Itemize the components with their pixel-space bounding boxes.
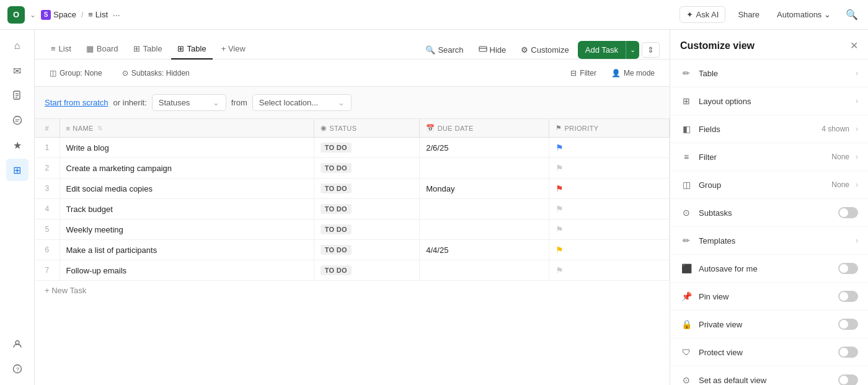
row-status[interactable]: TO DO [314, 199, 419, 219]
sidebar-item-docs[interactable] [6, 84, 29, 107]
row-priority[interactable]: ⚑ [549, 260, 669, 281]
search-topbar-button[interactable]: 🔍 [843, 6, 861, 24]
panel-toggle-protect[interactable] [838, 347, 858, 358]
row-name[interactable]: Follow-up emails [60, 260, 314, 281]
share-button[interactable]: Share [733, 7, 764, 22]
panel-section-group[interactable]: ◫ Group None › [670, 171, 868, 199]
panel-section-private[interactable]: 🔒 Private view [670, 311, 868, 339]
table-row[interactable]: 7 Follow-up emails TO DO ⚑ [35, 260, 670, 281]
row-due-date[interactable]: Monday [420, 179, 549, 199]
start-from-scratch-link[interactable]: Start from scratch [45, 98, 108, 107]
app-icon[interactable]: O [7, 6, 25, 24]
panel-section-group-label: Group [699, 180, 825, 190]
row-priority[interactable]: ⚑ [549, 199, 669, 219]
row-status[interactable]: TO DO [314, 219, 419, 240]
search-button[interactable]: 🔍 Search [419, 42, 469, 58]
table-row[interactable]: 6 Make a list of participants TO DO 4/4/… [35, 240, 670, 260]
panel-section-default[interactable]: ⊙ Set as default view [670, 366, 868, 385]
panel-toggle-default[interactable] [838, 374, 858, 385]
panel-section-filter[interactable]: ≡ Filter None › [670, 143, 868, 171]
col-priority[interactable]: ⚑ PRIORITY [549, 119, 669, 138]
panel-section-subtasks[interactable]: ⊙ Subtasks [670, 199, 868, 227]
row-due-date[interactable] [420, 199, 549, 219]
panel-section-table[interactable]: ✏ Table › [670, 60, 868, 87]
panel-toggle-autosave[interactable] [838, 263, 858, 274]
me-mode-button[interactable]: 👤 Me mode [606, 66, 660, 80]
row-name[interactable]: Make a list of participants [60, 240, 314, 260]
automations-button[interactable]: Automations ⌄ [772, 7, 836, 22]
row-due-date[interactable]: 4/4/25 [420, 240, 549, 260]
table-row[interactable]: 3 Edit social media copies TO DO Monday … [35, 179, 670, 199]
row-priority[interactable]: ⚑ [549, 179, 669, 199]
col-name[interactable]: ≡ NAME ⇅ [60, 119, 314, 138]
row-priority[interactable]: ⚑ [549, 138, 669, 158]
sidebar-item-chat[interactable] [6, 109, 29, 131]
statuses-dropdown[interactable]: Statuses ⌄ [152, 94, 226, 111]
panel-section-fields[interactable]: ◧ Fields 4 shown › [670, 115, 868, 143]
panel-toggle-pin[interactable] [838, 291, 858, 302]
filter-button[interactable]: ⊟ Filter [565, 66, 601, 80]
row-status[interactable]: TO DO [314, 260, 419, 281]
sidebar-item-home[interactable]: ⌂ [6, 35, 29, 57]
row-status[interactable]: TO DO [314, 240, 419, 260]
row-priority[interactable]: ⚑ [549, 219, 669, 240]
location-dropdown[interactable]: Select location... ⌄ [252, 94, 352, 111]
row-status[interactable]: TO DO [314, 158, 419, 179]
table-row[interactable]: 2 Create a marketing campaign TO DO ⚑ [35, 158, 670, 179]
col-due-date[interactable]: 📅 DUE DATE [420, 119, 549, 138]
sidebar-item-people[interactable] [6, 333, 29, 355]
panel-section-autosave[interactable]: ⬛ Autosave for me [670, 255, 868, 283]
tab-list[interactable]: ≡ List [45, 39, 78, 60]
panel-section-pin[interactable]: 📌 Pin view [670, 283, 868, 311]
list-tab-label: List [59, 44, 71, 53]
new-task-button[interactable]: + New Task [35, 281, 670, 300]
app-chevron-icon[interactable]: ⌄ [30, 11, 36, 19]
more-button[interactable]: ··· [113, 10, 120, 20]
add-view-tab[interactable]: + View [215, 39, 252, 60]
subtasks-chip-icon: ⊙ [122, 69, 128, 77]
row-due-date[interactable] [420, 219, 549, 240]
panel-section-protect[interactable]: 🛡 Protect view [670, 339, 868, 366]
row-name[interactable]: Edit social media copies [60, 179, 314, 199]
customize-button[interactable]: ⚙ Customize [515, 42, 575, 58]
panel-section-layout[interactable]: ⊞ Layout options › [670, 87, 868, 115]
table-row[interactable]: 4 Track budget TO DO ⚑ [35, 199, 670, 219]
group-chip[interactable]: ◫ Group: None [45, 66, 107, 80]
row-status[interactable]: TO DO [314, 179, 419, 199]
ask-ai-button[interactable]: ✦ Ask AI [680, 6, 726, 23]
table-row[interactable]: 5 Weekly meeting TO DO ⚑ [35, 219, 670, 240]
panel-toggle-private[interactable] [838, 319, 858, 330]
breadcrumb-list[interactable]: ≡ List [88, 10, 108, 19]
panel-section-templates[interactable]: ✏ Templates › [670, 227, 868, 255]
panel-close-button[interactable]: ✕ [850, 40, 858, 51]
add-task-button[interactable]: Add Task [578, 41, 626, 59]
subtasks-chip[interactable]: ⊙ Subtasks: Hidden [117, 66, 195, 80]
breadcrumb-space[interactable]: S Space [41, 10, 76, 20]
row-priority[interactable]: ⚑ [549, 240, 669, 260]
row-name[interactable]: Create a marketing campaign [60, 158, 314, 179]
row-priority[interactable]: ⚑ [549, 158, 669, 179]
tab-board[interactable]: ▦ Board [80, 39, 125, 60]
panel-toggle-subtasks[interactable] [838, 207, 858, 218]
sidebar-item-starred[interactable]: ★ [6, 134, 29, 156]
panel-section-templates-chevron-icon: › [856, 236, 858, 245]
row-due-date[interactable] [420, 260, 549, 281]
tab-table1[interactable]: ⊞ Table [127, 39, 169, 60]
add-task-chevron-button[interactable]: ⌄ [626, 41, 639, 59]
table-row[interactable]: 1 Write a blog TO DO 2/6/25 ⚑ [35, 138, 670, 158]
row-name[interactable]: Weekly meeting [60, 219, 314, 240]
row-name[interactable]: Write a blog [60, 138, 314, 158]
tab-table2[interactable]: ⊞ Table [171, 39, 213, 60]
group-chip-icon: ◫ [50, 69, 56, 77]
col-status[interactable]: ◉ STATUS [314, 119, 419, 138]
sidebar-item-help[interactable]: ? [6, 358, 29, 380]
hide-button[interactable]: Hide [472, 41, 513, 59]
sidebar-item-apps[interactable]: ⊞ [6, 159, 29, 181]
sidebar-item-inbox[interactable]: ✉ [6, 60, 29, 82]
row-due-date[interactable]: 2/6/25 [420, 138, 549, 158]
row-status[interactable]: TO DO [314, 138, 419, 158]
expand-button[interactable]: ⇕ [642, 42, 660, 58]
panel-section-protect-icon: 🛡 [680, 346, 693, 358]
row-due-date[interactable] [420, 158, 549, 179]
row-name[interactable]: Track budget [60, 199, 314, 219]
